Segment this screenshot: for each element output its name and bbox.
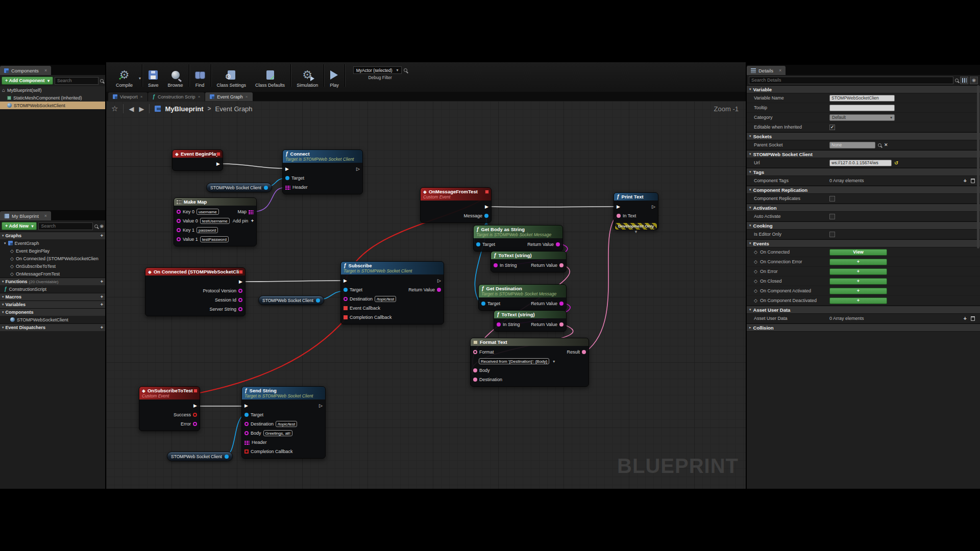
component-tree-item[interactable]: ⌂MyBlueprint(self) [0,86,105,94]
blueprint-list-item[interactable]: ◇On Connected (STOMPWebSocketClien [0,255,105,262]
add-icon[interactable]: + [101,279,103,284]
component-tree-item[interactable]: StaticMeshComponent (Inherited) [0,94,105,102]
property-text-input[interactable] [829,105,895,111]
event-add-button[interactable]: + [829,288,887,294]
browse-button[interactable]: Browse [163,64,188,88]
property-checkbox[interactable] [829,196,835,202]
add-icon[interactable]: + [101,233,103,238]
exec-pin[interactable]: ▶ [344,279,347,283]
details-section-collision[interactable]: ▸Collision [747,323,980,332]
section-header-event-dispatchers[interactable]: ▾Event Dispatchers+ [0,323,105,331]
close-icon[interactable]: × [44,68,47,73]
blue-pin[interactable] [476,242,480,246]
trash-icon[interactable] [971,179,975,183]
back-arrow-icon[interactable]: ◀ [129,105,134,113]
pin-value-input[interactable]: username [197,209,219,215]
mag-pin[interactable] [437,288,441,292]
variable-node-pill-3[interactable]: STOMPWeb Socket Client [167,452,233,461]
search-icon[interactable] [404,68,407,72]
magh-pin[interactable] [244,431,249,435]
delegate-pin[interactable] [216,152,220,156]
blue-pin[interactable] [285,176,289,180]
event-view-button[interactable]: View [829,249,887,256]
property-matrix-button[interactable] [960,77,968,84]
add-icon[interactable]: + [101,302,103,307]
close-icon[interactable]: × [140,94,143,99]
url-input[interactable] [829,160,892,166]
property-checkbox[interactable]: ✓ [829,124,835,130]
node-get-destination[interactable]: ƒGet DestinationTarget is STOMPWeb Socke… [478,284,567,311]
map-pin[interactable] [285,185,290,190]
magh-pin[interactable] [344,297,348,301]
exec-pin[interactable]: ▶ [485,205,488,209]
node-onsubscribetotest[interactable]: ◆OnSubscribeToTestCustom Event▶SuccessEr… [139,386,200,431]
pin-value-input[interactable]: testPassword [200,236,229,242]
details-section-events[interactable]: ▾Events [747,239,980,247]
delegate-pin[interactable] [485,190,489,194]
details-section-sockets[interactable]: ▾Sockets [747,132,980,140]
property-select[interactable]: Default▾ [829,114,895,121]
delegate-pin[interactable] [193,389,198,393]
exec-pin[interactable]: ▶ [239,280,242,284]
section-header-macros[interactable]: ▾Macros+ [0,293,105,300]
magh-pin[interactable] [193,422,197,426]
tab-viewport[interactable]: Viewport× [108,92,148,101]
pink-pin[interactable] [559,322,564,327]
clear-icon[interactable]: ✕ [884,142,888,147]
add-icon[interactable]: + [101,325,103,330]
pin-value-input[interactable]: /topic/test [375,296,396,302]
pink-pin[interactable] [582,350,586,354]
parent-socket-input[interactable] [829,142,875,148]
blueprint-list-item[interactable]: ƒConstructionScript [0,285,105,293]
section-header-variables[interactable]: ▾Variables+ [0,300,105,308]
magh-pin[interactable] [238,307,242,311]
myblueprint-search-input[interactable] [38,222,93,230]
component-tree-item[interactable]: STOMPWebSocketClient [0,102,105,109]
object-pin[interactable] [316,298,320,303]
exec-pin[interactable]: ▶ [193,404,197,408]
details-section-cooking[interactable]: ▾Cooking [747,221,980,230]
variable-node-pill-1[interactable]: STOMPWeb Socket Client [206,183,272,192]
blue-pin[interactable] [344,288,348,292]
map-pin[interactable] [244,440,250,445]
exech-pin[interactable]: ▷ [356,167,360,171]
node-connect[interactable]: ƒConnectTarget is STOMPWeb Socket Client… [282,149,363,194]
event-add-button[interactable]: + [829,259,887,265]
favorite-star-icon[interactable]: ☆ [111,104,118,113]
blueprint-list-item[interactable]: ▾EventGraph [0,239,105,247]
pin-value-input[interactable]: /topic/test [276,421,297,427]
compile-button[interactable]: ⚙✓Compile [111,64,137,88]
blueprint-list-item[interactable]: ◇OnMessageFromTest [0,270,105,278]
details-section-component-replication[interactable]: ▾Component Replication [747,186,980,194]
node-send-string[interactable]: ƒSend StringTarget is STOMPWeb Socket Cl… [241,386,326,459]
node-totext-string-1[interactable]: ƒToText (string)In StringReturn Value [491,251,567,272]
add-pin-button[interactable]: Add pin + [233,218,254,223]
mag-pin[interactable] [556,242,560,246]
details-search-input[interactable] [749,77,953,84]
close-icon[interactable]: × [779,68,781,73]
redh-pin[interactable] [193,413,197,417]
tab-construction-scrip[interactable]: ƒConstruction Scrip× [148,92,205,101]
pin-value-input[interactable]: Greetings, all! [263,430,292,436]
advanced-toggle-icon[interactable]: ▼ [634,230,638,234]
event-add-button[interactable]: + [829,268,887,275]
debug-target-select[interactable]: MyActor (selected)▾ [353,66,402,74]
tab-my-blueprint[interactable]: My Blueprint × [0,211,51,220]
simulation-button[interactable]: ⚙Simulation [292,64,323,88]
property-text-input[interactable] [829,95,895,102]
details-section-tags[interactable]: ▾Tags [747,168,980,176]
close-icon[interactable]: × [246,94,248,99]
class-settings-button[interactable]: ⚙Class Settings [212,64,251,88]
event-add-button[interactable]: + [829,297,887,304]
node-onmessagefromtest[interactable]: ◆OnMessageFromTestCustom Event▶Message [420,187,492,223]
tab-event-graph[interactable]: Event Graph× [205,92,252,101]
property-checkbox[interactable] [829,214,835,219]
add-new-button[interactable]: + Add New ▾ [2,222,37,230]
node-print-text[interactable]: ƒPrint Text▶▷In TextDevelopment Only▼ [614,192,658,230]
magh-pin[interactable] [177,237,181,241]
redsq-pin[interactable] [344,315,348,319]
exech-pin[interactable]: ▷ [437,279,441,283]
magh-pin[interactable] [238,298,242,302]
trash-icon[interactable] [971,316,975,321]
object-pin[interactable] [264,186,268,190]
